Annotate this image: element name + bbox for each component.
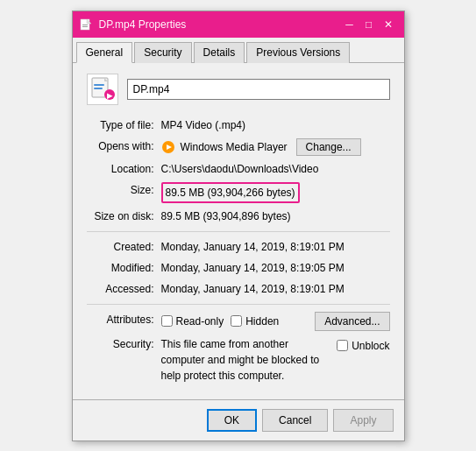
opens-with-value: Windows Media Player Change... (161, 138, 390, 156)
minimize-button[interactable]: ─ (341, 17, 359, 32)
attributes-row: Attributes: Read-only Hidden Advanced... (87, 312, 390, 331)
modified-value: Monday, January 14, 2019, 8:19:05 PM (161, 260, 390, 276)
svg-rect-7 (94, 88, 103, 89)
title-bar: DP.mp4 Properties ─ □ ✕ (73, 11, 404, 38)
divider-1 (87, 231, 390, 232)
tabs-bar: General Security Details Previous Versio… (73, 38, 404, 63)
modified-label: Modified: (87, 260, 161, 276)
unblock-label: Unblock (352, 338, 389, 354)
security-text: This file came from another computer and… (161, 336, 330, 384)
hidden-checkbox[interactable] (231, 315, 242, 327)
media-player-icon (161, 140, 175, 154)
tab-security[interactable]: Security (134, 42, 191, 63)
svg-text:▶: ▶ (107, 92, 113, 100)
type-label: Type of file: (87, 117, 161, 133)
cancel-button[interactable]: Cancel (262, 409, 328, 432)
type-value: MP4 Video (.mp4) (161, 117, 390, 133)
svg-rect-6 (94, 84, 104, 86)
modified-row: Modified: Monday, January 14, 2019, 8:19… (87, 260, 390, 276)
hidden-label: Hidden (245, 314, 279, 329)
accessed-value: Monday, January 14, 2019, 8:19:01 PM (161, 281, 390, 297)
location-label: Location: (87, 161, 161, 177)
opens-with-row: Opens with: Windows Media Player Change.… (87, 138, 390, 156)
unblock-checkbox[interactable] (337, 340, 348, 351)
attributes-value: Read-only Hidden Advanced... (161, 312, 390, 331)
maximize-button[interactable]: □ (360, 17, 378, 32)
size-row: Size: 89.5 MB (93,904,266 bytes) (87, 182, 390, 203)
tab-content: ▶ Type of file: MP4 Video (.mp4) Opens w… (73, 63, 404, 399)
security-content: This file came from another computer and… (161, 336, 390, 384)
size-on-disk-value: 89.5 MB (93,904,896 bytes) (161, 208, 390, 224)
security-row: Security: This file came from another co… (87, 336, 390, 384)
created-row: Created: Monday, January 14, 2019, 8:19:… (87, 239, 390, 255)
title-icon (80, 18, 94, 32)
type-row: Type of file: MP4 Video (.mp4) (87, 117, 390, 133)
dialog-footer: OK Cancel Apply (73, 399, 404, 440)
size-on-disk-label: Size on disk: (87, 208, 161, 224)
file-icon: ▶ (87, 74, 118, 105)
attributes-label: Attributes: (87, 312, 161, 328)
advanced-button[interactable]: Advanced... (315, 312, 389, 331)
created-value: Monday, January 14, 2019, 8:19:01 PM (161, 239, 390, 255)
svg-rect-1 (82, 25, 88, 25)
size-highlighted: 89.5 MB (93,904,266 bytes) (161, 182, 300, 203)
accessed-row: Accessed: Monday, January 14, 2019, 8:19… (87, 281, 390, 297)
location-row: Location: C:\Users\daodu\Downloads\Video (87, 161, 390, 177)
size-label: Size: (87, 182, 161, 198)
close-button[interactable]: ✕ (380, 17, 397, 32)
window-title: DP.mp4 Properties (99, 18, 187, 31)
file-name-input[interactable] (127, 79, 390, 100)
unblock-checkbox-label[interactable]: Unblock (337, 338, 389, 354)
file-header: ▶ (87, 74, 390, 105)
properties-dialog: DP.mp4 Properties ─ □ ✕ General Security… (72, 11, 405, 441)
tab-details[interactable]: Details (194, 42, 245, 63)
ok-button[interactable]: OK (207, 409, 257, 432)
divider-2 (87, 304, 390, 305)
tab-previous-versions[interactable]: Previous Versions (246, 42, 350, 63)
readonly-label: Read-only (176, 314, 224, 329)
readonly-checkbox-label[interactable]: Read-only (161, 314, 224, 329)
apply-button[interactable]: Apply (333, 409, 393, 432)
created-label: Created: (87, 239, 161, 255)
unblock-area: Unblock (337, 338, 389, 354)
change-button[interactable]: Change... (296, 138, 361, 156)
title-buttons: ─ □ ✕ (341, 17, 397, 32)
size-on-disk-row: Size on disk: 89.5 MB (93,904,896 bytes) (87, 208, 390, 224)
location-value: C:\Users\daodu\Downloads\Video (161, 161, 390, 177)
svg-rect-2 (82, 26, 88, 27)
properties-table: Type of file: MP4 Video (.mp4) Opens wit… (87, 117, 390, 384)
size-value: 89.5 MB (93,904,266 bytes) (161, 182, 390, 203)
hidden-checkbox-label[interactable]: Hidden (231, 314, 279, 329)
opens-label: Opens with: (87, 138, 161, 154)
readonly-checkbox[interactable] (161, 315, 173, 327)
accessed-label: Accessed: (87, 281, 161, 297)
opens-with-text: Windows Media Player (181, 139, 288, 155)
tab-general[interactable]: General (76, 42, 133, 63)
security-label: Security: (87, 336, 161, 352)
